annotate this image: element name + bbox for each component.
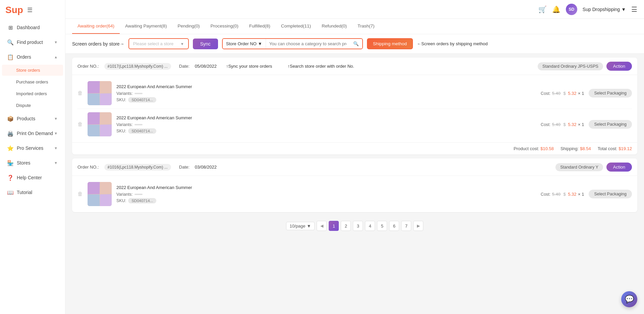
- order-no-label: Order NO.:: [77, 165, 99, 170]
- select-packaging-button[interactable]: Select Packaging: [589, 89, 632, 98]
- chevron-down-icon: ▼: [54, 117, 58, 121]
- tab-refunded[interactable]: Refunded(0): [316, 19, 352, 34]
- sidebar-item-label: Tutorial: [17, 190, 32, 195]
- order-date-label: Date:: [179, 165, 190, 170]
- store-select-placeholder: Please select a store: [133, 41, 174, 46]
- tab-processing[interactable]: Processing(0): [205, 19, 244, 34]
- select-packaging-button[interactable]: Select Packaging: [589, 120, 632, 129]
- order-1-header: Order NO.: #1017(Lpc118.Myshopify.Com) .…: [72, 58, 637, 75]
- delete-item-icon[interactable]: 🗑: [77, 121, 83, 127]
- menu-toggle-icon[interactable]: ☰: [27, 6, 33, 14]
- header-menu-icon[interactable]: ☰: [631, 5, 637, 13]
- tab-awaiting-order[interactable]: Awaiting order(64): [72, 19, 120, 34]
- total-cost-value: $19.12: [619, 146, 632, 151]
- sidebar-item-products[interactable]: 📦 Products ▼: [2, 112, 63, 126]
- sku-pill: SD040714...: [128, 198, 156, 203]
- delete-item-icon[interactable]: 🗑: [77, 90, 83, 96]
- total-cost-label: Total cost:: [598, 146, 618, 151]
- search-input[interactable]: [266, 39, 350, 49]
- page-5-button[interactable]: 5: [377, 221, 387, 231]
- search-annotation: ↑Search store order with order No.: [287, 64, 354, 69]
- order-1-action-button[interactable]: Action: [606, 62, 632, 71]
- item-details: 2022 European And American Summer Varian…: [116, 84, 532, 103]
- tab-completed[interactable]: Completed(11): [276, 19, 316, 34]
- dashboard-icon: ⊞: [7, 24, 13, 30]
- item-details: 2022 European And American Summer Varian…: [116, 185, 532, 203]
- delete-item-icon[interactable]: 🗑: [77, 191, 83, 197]
- sidebar-item-find-product[interactable]: 🔍 Find product ▼: [2, 35, 63, 49]
- item-cost: Cost: 5.40 $ 5.32 × 1: [537, 191, 584, 197]
- store-select-dropdown[interactable]: Please select a store ▼: [128, 38, 189, 49]
- order-1-footer: Product cost: $10.58 Shipping: $8.54 Tot…: [72, 142, 637, 154]
- sync-button[interactable]: Sync: [193, 39, 218, 49]
- page-2-button[interactable]: 2: [341, 221, 351, 231]
- order-item-row: 🗑 2022 European And American Summer Vari…: [77, 179, 632, 209]
- tab-trash[interactable]: Trash(7): [352, 19, 380, 34]
- item-sku: SKU: SD040714...: [116, 128, 532, 134]
- sidebar-item-orders[interactable]: 📋 Orders ▲: [2, 50, 63, 64]
- sku-pill: SD040714...: [128, 97, 156, 103]
- stores-icon: 🏪: [7, 160, 13, 166]
- order-item-row: 🗑 2022 European And American Summer Vari…: [77, 78, 632, 109]
- sidebar-sub-item-store-orders[interactable]: Store orders: [2, 65, 63, 76]
- item-sku: SKU: SD040714...: [116, 97, 532, 103]
- chevron-down-icon: ▼: [307, 224, 311, 229]
- search-submit-button[interactable]: 🔍: [350, 39, 362, 49]
- sidebar-item-dashboard[interactable]: ⊞ Dashboard: [2, 20, 63, 35]
- page-3-button[interactable]: 3: [353, 221, 363, 231]
- select-packaging-button[interactable]: Select Packaging: [589, 190, 632, 198]
- order-card-1: Order NO.: #1017(Lpc118.Myshopify.Com) .…: [72, 58, 637, 154]
- item-variants: Variants:: [116, 122, 532, 127]
- order-1-number: #1017(Lpc118.Myshopify.Com) ...: [104, 63, 171, 70]
- page-1-button[interactable]: 1: [329, 221, 339, 231]
- sidebar-sub-item-imported-orders[interactable]: Imported orders: [2, 88, 63, 99]
- sidebar-sub-item-purchase-orders[interactable]: Purchase orders: [2, 76, 63, 87]
- sidebar-item-label: Dashboard: [17, 25, 40, 30]
- order-1-items: 🗑 2022 European And American Summer Vari…: [72, 75, 637, 142]
- order-1-shipping-badge: Standard Ordinary JPS-USPS: [538, 62, 603, 70]
- page-6-button[interactable]: 6: [389, 221, 399, 231]
- order-1-date: 05/08/2022: [195, 64, 217, 69]
- notification-icon[interactable]: 🔔: [552, 5, 560, 13]
- page-7-button[interactable]: 7: [401, 221, 411, 231]
- page-size-select[interactable]: 10/page ▼: [286, 222, 315, 230]
- sidebar-item-help-center[interactable]: ❓ Help Center: [2, 171, 63, 185]
- help-icon: ❓: [7, 175, 13, 181]
- tab-awaiting-payment[interactable]: Awaiting Payment(8): [120, 19, 172, 34]
- sidebar-item-pro-services[interactable]: ⭐ Pro Services ▼: [2, 141, 63, 155]
- tab-fulfilled[interactable]: Fulfilled(8): [244, 19, 276, 34]
- products-icon: 📦: [7, 116, 13, 122]
- shipping-annotation: ←Screen orders by shipping method: [417, 41, 488, 46]
- cart-icon[interactable]: 🛒: [538, 5, 547, 13]
- item-details: 2022 European And American Summer Varian…: [116, 115, 532, 134]
- item-cost: Cost: 5.40 $ 5.32 × 1: [537, 90, 584, 96]
- user-name-dropdown[interactable]: Sup Dropshipping ▼: [583, 7, 626, 12]
- sidebar-sub-item-dispute[interactable]: Dispute: [2, 100, 63, 111]
- sidebar-item-tutorial[interactable]: 📖 Tutorial: [2, 185, 63, 199]
- order-date-label: Date:: [179, 64, 190, 69]
- item-variants: Variants:: [116, 192, 532, 197]
- tab-pending[interactable]: Pending(0): [172, 19, 205, 34]
- order-tabs: Awaiting order(64) Awaiting Payment(8) P…: [65, 19, 644, 34]
- page-4-button[interactable]: 4: [365, 221, 375, 231]
- chevron-down-icon: ▼: [621, 7, 626, 12]
- app-logo: Sup: [5, 5, 23, 15]
- chevron-down-icon: ▼: [54, 131, 58, 135]
- shipping-method-button[interactable]: Shipping method: [367, 38, 413, 49]
- order-card-2: Order NO.: #1016(Lpc118.Myshopify.Com) .…: [72, 159, 637, 212]
- item-image: [88, 112, 112, 136]
- sidebar-item-stores[interactable]: 🏪 Stores ▼: [2, 156, 63, 170]
- user-avatar[interactable]: SD: [566, 4, 577, 15]
- prev-page-button[interactable]: ◀: [317, 221, 327, 231]
- screen-orders-label: Screen orders by store→: [72, 41, 124, 47]
- logo-area: Sup ☰: [0, 0, 65, 20]
- sku-pill: SD040714...: [128, 128, 156, 134]
- order-2-action-button[interactable]: Action: [606, 163, 632, 172]
- variants-pill: [135, 194, 143, 195]
- shipping-value: $8.54: [580, 146, 591, 151]
- chat-bubble[interactable]: 💬: [621, 291, 637, 307]
- next-page-button[interactable]: ▶: [413, 221, 423, 231]
- sidebar-item-label: Pro Services: [17, 145, 43, 151]
- sidebar-item-print-on-demand[interactable]: 🖨️ Print On Demand ▼: [2, 126, 63, 140]
- search-category-select[interactable]: Store Order NO ▼: [223, 39, 266, 49]
